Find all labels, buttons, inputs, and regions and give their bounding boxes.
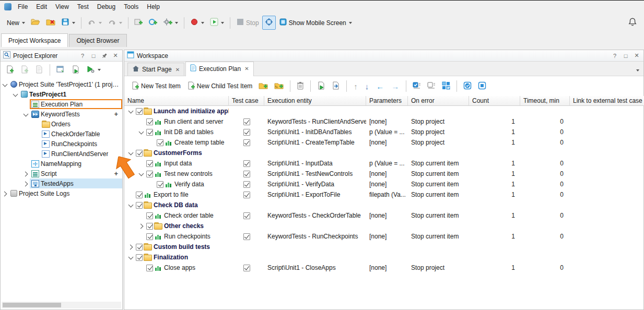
enabled-checkbox[interactable]	[157, 139, 163, 146]
enabled-checkbox[interactable]	[146, 265, 153, 271]
expander-icon[interactable]	[22, 160, 30, 168]
test-item-row-init-db-and-tables[interactable]: Init DB and tables Script\Unit1 - InitDB…	[124, 127, 643, 137]
pin-button[interactable]	[100, 52, 109, 60]
add-project-item-button[interactable]	[132, 16, 146, 30]
column-header-on-error[interactable]: On error	[408, 96, 469, 106]
tree-item-keywordtests[interactable]: KeywordTests +	[1, 109, 122, 119]
tree-item-content[interactable]: KeywordTests	[30, 109, 114, 119]
test-case-checkbox[interactable]	[243, 265, 250, 271]
show-mobile-screen-button[interactable]: Show Mobile Screen	[276, 16, 355, 30]
group-row-check-db-data[interactable]: Check DB data	[124, 200, 643, 210]
tree-item-content[interactable]: Execution Plan	[30, 99, 122, 109]
uncheck-all-button[interactable]	[425, 79, 438, 93]
tab-object-browser[interactable]: Object Browser	[69, 34, 126, 47]
group-row-finalization[interactable]: Finalization	[124, 252, 643, 263]
expander-icon[interactable]	[138, 222, 145, 230]
test-item-row-run-checkpoints[interactable]: Run checkpoints KeywordTests - RunCheckp…	[124, 231, 643, 242]
menu-tools[interactable]: Tools	[120, 1, 143, 13]
column-header-timeout-min[interactable]: Timeout, min	[520, 96, 570, 106]
expander-icon[interactable]	[33, 130, 40, 138]
column-header-count[interactable]: Count	[469, 96, 520, 106]
test-case-checkbox[interactable]	[243, 139, 250, 146]
save-button[interactable]	[58, 16, 78, 30]
redo-button[interactable]	[105, 16, 125, 30]
tree-item-content[interactable]: Project Suite 'TestProject1' (1 project)	[9, 79, 122, 89]
column-header-link-to-external-test-case[interactable]: Link to external test case	[570, 96, 644, 106]
show-workspace-button[interactable]	[54, 63, 68, 77]
column-header-test-case[interactable]: Test case	[229, 96, 264, 106]
test-case-checkbox[interactable]	[243, 181, 250, 188]
expander-icon[interactable]	[127, 243, 135, 251]
close-tab-icon[interactable]: ✕	[244, 66, 249, 71]
test-case-checkbox[interactable]	[243, 171, 250, 177]
float-button[interactable]: □	[622, 52, 630, 60]
move-up-button[interactable]: ↑	[350, 80, 361, 92]
undo-button[interactable]	[85, 16, 104, 30]
enabled-checkbox[interactable]	[146, 118, 153, 125]
execution-indicator-toggle[interactable]	[262, 16, 276, 30]
expander-icon[interactable]	[127, 191, 135, 198]
column-header-parameters[interactable]: Parameters	[366, 96, 408, 106]
enabled-checkbox[interactable]	[136, 254, 143, 261]
expander-icon[interactable]	[127, 254, 135, 261]
tab-execution-plan[interactable]: Execution Plan ✕	[185, 62, 253, 76]
expander-icon[interactable]	[148, 139, 156, 146]
enabled-checkbox[interactable]	[136, 150, 143, 157]
test-case-checkbox[interactable]	[243, 192, 250, 198]
menu-debug[interactable]: Debug	[93, 1, 120, 13]
stop-button[interactable]: Stop	[233, 16, 262, 30]
tree-item-content[interactable]: RunClientAndServer	[40, 149, 122, 159]
tree-item-project-suite-testproject1-1-project-[interactable]: Project Suite 'TestProject1' (1 project)	[1, 79, 122, 89]
close-project-button[interactable]	[43, 16, 58, 30]
menu-view[interactable]: View	[51, 1, 73, 13]
duplicate-button[interactable]	[32, 63, 46, 77]
enabled-checkbox[interactable]	[146, 233, 153, 240]
tree-item-checkordertable[interactable]: CheckOrderTable	[1, 129, 122, 139]
enabled-checkbox[interactable]	[146, 171, 153, 177]
outdent-button[interactable]: ←	[373, 80, 387, 92]
menu-help[interactable]: Help	[143, 1, 164, 13]
group-row-other-checks[interactable]: Other checks	[124, 221, 643, 231]
tree-item-content[interactable]: Orders	[40, 119, 122, 129]
expander-icon[interactable]	[22, 111, 30, 118]
test-case-checkbox[interactable]	[243, 233, 250, 240]
enabled-checkbox[interactable]	[157, 181, 163, 188]
help-button[interactable]: ?	[78, 52, 87, 60]
move-down-button[interactable]: ↓	[362, 80, 372, 92]
expander-icon[interactable]	[22, 180, 30, 187]
new-button[interactable]: New	[4, 17, 28, 29]
test-case-checkbox[interactable]	[243, 118, 250, 125]
test-item-row-create-temp-table[interactable]: Create temp table Script\Unit1 - CreateT…	[124, 137, 643, 148]
tree-item-content[interactable]: TestedApps	[30, 178, 122, 188]
test-item-row-close-apps[interactable]: Close apps Script\Unit1 - CloseApps [non…	[124, 263, 643, 273]
expander-icon[interactable]	[138, 160, 145, 167]
enabled-checkbox[interactable]	[146, 160, 153, 167]
tab-start-page[interactable]: Start Page ✕	[127, 63, 184, 76]
new-group-button[interactable]	[256, 79, 271, 93]
enabled-checkbox[interactable]	[136, 244, 143, 251]
tree-item-runcheckpoints[interactable]: RunCheckpoints	[1, 139, 122, 149]
new-test-item-button[interactable]: New Test Item	[128, 79, 183, 93]
tree-item-content[interactable]: Script	[30, 169, 114, 178]
tree-item-content[interactable]: NameMapping	[30, 159, 122, 169]
menu-edit[interactable]: Edit	[32, 1, 51, 13]
enabled-checkbox[interactable]	[146, 223, 153, 230]
horizontal-scrollbar[interactable]	[2, 302, 121, 308]
notifications-button[interactable]	[625, 15, 640, 30]
new-child-group-button[interactable]	[272, 79, 286, 93]
enabled-checkbox[interactable]	[136, 192, 143, 198]
check-all-button[interactable]	[410, 79, 424, 93]
menu-test[interactable]: Test	[73, 1, 93, 13]
test-item-row-input-data[interactable]: Input data Script\Unit1 - InputData p (V…	[124, 158, 643, 169]
test-case-checkbox[interactable]	[243, 212, 250, 219]
test-item-row-run-client-and-server[interactable]: Run client and server KeywordTests - Run…	[124, 116, 643, 127]
new-file-button[interactable]	[18, 63, 31, 77]
check-children-button[interactable]	[439, 79, 453, 93]
tree-item-testedapps[interactable]: TestedApps	[1, 178, 122, 188]
enabled-checkbox[interactable]	[146, 212, 153, 219]
expander-icon[interactable]	[33, 140, 40, 148]
expander-icon[interactable]	[33, 121, 40, 128]
expander-icon[interactable]	[138, 233, 145, 240]
test-case-checkbox[interactable]	[243, 160, 250, 167]
tab-project-workspace[interactable]: Project Workspace	[1, 33, 68, 47]
